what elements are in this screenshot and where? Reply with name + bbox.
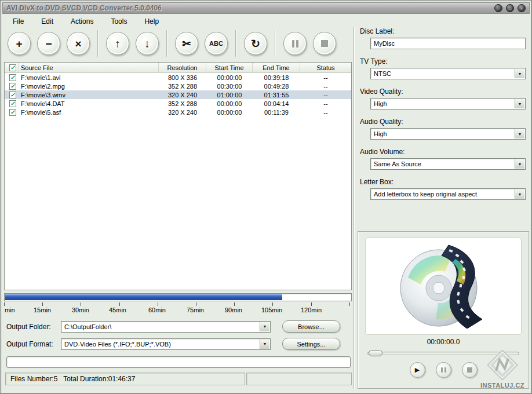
- preview-seek-slider[interactable]: [367, 350, 519, 357]
- cell-resolution: 320 X 240: [159, 109, 206, 116]
- timeline-labels: min 15min 30min 45min 60min 75min 90min …: [4, 307, 352, 315]
- check-icon: ✓: [10, 65, 15, 71]
- seek-thumb[interactable]: [369, 350, 382, 356]
- col-source-file[interactable]: Source File: [19, 63, 159, 72]
- toolbar: + − × ↑ ↓ ✂ ABC ↻: [4, 27, 352, 60]
- settings-button[interactable]: Settings...: [282, 338, 340, 350]
- maximize-button[interactable]: □: [506, 4, 514, 12]
- cell-source: F:\movie\1.avi: [19, 74, 159, 81]
- table-row[interactable]: ✓ F:\movie\2.mpg 352 X 288 00:30:00 00:4…: [5, 82, 351, 90]
- cell-end-time: 00:39:18: [253, 74, 300, 81]
- cell-end-time: 01:31:55: [253, 92, 300, 99]
- pause-icon: [441, 367, 446, 373]
- menu-tools[interactable]: Tools: [102, 16, 136, 27]
- row-checkbox[interactable]: ✓: [9, 83, 16, 90]
- subtitle-button[interactable]: ABC: [205, 32, 228, 55]
- row-checkbox[interactable]: ✓: [9, 109, 16, 116]
- menu-file[interactable]: File: [4, 16, 32, 27]
- chevron-down-icon[interactable]: ▼: [515, 159, 524, 169]
- row-checkbox[interactable]: ✓: [9, 92, 16, 99]
- close-button[interactable]: ×: [518, 4, 526, 12]
- video-quality-combobox[interactable]: High ▼: [370, 98, 526, 110]
- disc-label-input[interactable]: [370, 38, 526, 49]
- minimize-button[interactable]: –: [494, 4, 502, 12]
- browse-button[interactable]: Browse...: [282, 320, 340, 333]
- remove-file-button[interactable]: −: [37, 32, 60, 55]
- chevron-down-icon[interactable]: ▼: [515, 189, 524, 199]
- letter-box-combobox[interactable]: Add letterbox to keep original aspect ▼: [370, 188, 526, 200]
- chevron-down-icon[interactable]: ▼: [260, 322, 269, 331]
- disc-label-field: Disc Label:: [356, 27, 529, 49]
- panel-divider: [353, 27, 355, 389]
- cell-resolution: 800 X 336: [159, 74, 206, 81]
- convert-icon: ↻: [251, 38, 260, 49]
- stop-button[interactable]: [313, 32, 336, 55]
- split-button[interactable]: ✂: [175, 32, 198, 55]
- letter-box-value: Add letterbox to keep original aspect: [374, 191, 477, 198]
- audio-quality-value: High: [374, 130, 387, 137]
- toolbar-separator: [235, 30, 236, 57]
- minus-icon: −: [45, 38, 52, 49]
- chevron-down-icon[interactable]: ▼: [260, 340, 269, 349]
- cell-end-time: 00:04:14: [253, 100, 300, 107]
- chevron-down-icon[interactable]: ▼: [515, 99, 524, 108]
- col-resolution[interactable]: Resolution: [159, 63, 206, 72]
- table-row[interactable]: ✓ F:\movie\1.avi 800 X 336 00:00:00 00:3…: [5, 73, 351, 82]
- cell-status: --: [300, 109, 351, 116]
- chevron-down-icon[interactable]: ▼: [515, 129, 524, 138]
- move-up-button[interactable]: ↑: [106, 32, 129, 55]
- output-folder-combobox[interactable]: C:\OutputFolder\ ▼: [61, 321, 271, 333]
- table-row-selected[interactable]: ✓ F:\movie\3.wmv 320 X 240 01:00:00 01:3…: [5, 90, 351, 99]
- menu-help[interactable]: Help: [136, 16, 167, 27]
- preview-controls: ▶: [365, 362, 522, 378]
- output-format-row: Output Format: DVD-Video Files (*.IFO;*.…: [4, 338, 352, 350]
- pause-icon: [292, 40, 298, 48]
- output-format-combobox[interactable]: DVD-Video Files (*.IFO;*.BUP;*.VOB) ▼: [61, 338, 271, 350]
- select-all-checkbox[interactable]: ✓: [9, 64, 16, 71]
- stop-icon: [321, 40, 328, 47]
- scissors-icon: ✂: [182, 38, 191, 49]
- tick-label: min: [5, 307, 15, 313]
- check-icon: ✓: [10, 101, 15, 107]
- title-bar: AVI DivX to DVD SVCD VCD Converter 5.0.0…: [2, 2, 530, 14]
- cell-source: F:\movie\3.wmv: [19, 92, 159, 99]
- col-end-time[interactable]: End Time: [253, 63, 300, 72]
- preview-panel: 00:00:00.0 ▶: [358, 231, 529, 389]
- clear-list-button[interactable]: ×: [67, 32, 90, 55]
- pause-button[interactable]: [283, 32, 307, 55]
- total-duration-text: Total Duration:01:46:37: [63, 375, 135, 383]
- row-checkbox[interactable]: ✓: [9, 74, 16, 81]
- cell-start-time: 00:00:00: [206, 109, 253, 116]
- col-status[interactable]: Status: [300, 63, 351, 72]
- cell-resolution: 352 X 288: [159, 100, 206, 107]
- check-icon: ✓: [10, 110, 15, 115]
- move-down-button[interactable]: ↓: [136, 32, 159, 55]
- timeline: min 15min 30min 45min 60min 75min 90min …: [4, 293, 352, 315]
- chevron-down-icon[interactable]: ▼: [515, 69, 524, 78]
- tv-type-field: TV Type: NTSC ▼: [356, 57, 529, 79]
- preview-pause-button[interactable]: [436, 362, 451, 378]
- table-row[interactable]: ✓ F:\movie\5.asf 320 X 240 00:00:00 00:1…: [5, 108, 351, 116]
- menu-actions[interactable]: Actions: [62, 16, 102, 27]
- tick-label: 15min: [34, 307, 51, 313]
- col-start-time[interactable]: Start Time: [206, 63, 253, 72]
- row-checkbox[interactable]: ✓: [9, 100, 16, 107]
- tv-type-combobox[interactable]: NTSC ▼: [370, 68, 526, 79]
- cell-source: F:\movie\2.mpg: [19, 83, 159, 90]
- file-list: ✓ Source File Resolution Start Time End …: [4, 62, 352, 290]
- video-quality-label: Video Quality:: [360, 87, 529, 96]
- cell-status: --: [300, 74, 351, 81]
- convert-button[interactable]: ↻: [244, 32, 267, 55]
- add-file-button[interactable]: +: [8, 32, 31, 55]
- preview-stop-button[interactable]: [462, 362, 478, 378]
- window-title: AVI DivX to DVD SVCD VCD Converter 5.0.0…: [6, 4, 491, 12]
- preview-play-button[interactable]: ▶: [410, 362, 425, 378]
- seek-track: [367, 352, 519, 355]
- menu-edit[interactable]: Edit: [32, 16, 62, 27]
- audio-volume-combobox[interactable]: Same As Source ▼: [370, 158, 526, 170]
- play-icon: ▶: [415, 366, 420, 374]
- timeline-trackbar[interactable]: [4, 293, 352, 301]
- table-row[interactable]: ✓ F:\movie\4.DAT 352 X 288 00:00:00 00:0…: [5, 99, 351, 108]
- audio-quality-combobox[interactable]: High ▼: [370, 128, 526, 140]
- toolbar-separator: [275, 30, 276, 57]
